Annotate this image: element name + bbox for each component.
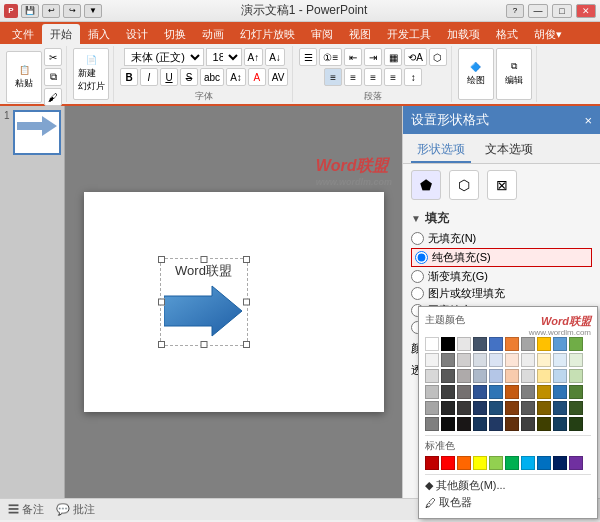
shapes-button[interactable]: 🔷 绘图 (458, 48, 494, 100)
tc-swatch[interactable] (441, 401, 455, 415)
tc-swatch[interactable] (521, 385, 535, 399)
new-slide-button[interactable]: 📄 新建幻灯片 (73, 48, 109, 100)
picture-fill-option[interactable]: 图片或纹理填充 (411, 286, 592, 301)
shape-container[interactable]: Word联盟 (164, 262, 244, 342)
align-center-button[interactable]: ≡ (344, 68, 362, 86)
tc-swatch[interactable] (537, 353, 551, 367)
tc-swatch[interactable] (425, 417, 439, 431)
tc-swatch[interactable] (569, 353, 583, 367)
handle-bl[interactable] (158, 341, 165, 348)
tc-swatch[interactable] (553, 417, 567, 431)
tc-swatch[interactable] (521, 417, 535, 431)
handle-tl[interactable] (158, 256, 165, 263)
no-fill-option[interactable]: 无填充(N) (411, 231, 592, 246)
bold-button[interactable]: B (120, 68, 138, 86)
tab-insert[interactable]: 插入 (80, 24, 118, 44)
underline-button[interactable]: U (160, 68, 178, 86)
tc-swatch[interactable] (537, 385, 551, 399)
tc-swatch[interactable] (553, 401, 567, 415)
tc-swatch[interactable] (521, 369, 535, 383)
tc-swatch[interactable] (425, 353, 439, 367)
redo-button[interactable]: ↪ (63, 4, 81, 18)
numbering-button[interactable]: ①≡ (319, 48, 342, 66)
minimize-button[interactable]: — (528, 4, 548, 18)
tc-swatch[interactable] (473, 385, 487, 399)
fill-icon-btn[interactable]: ⬟ (411, 170, 441, 200)
tc-swatch[interactable] (441, 369, 455, 383)
tab-format[interactable]: 格式 (488, 24, 526, 44)
font-color-button[interactable]: A (248, 68, 266, 86)
bullets-button[interactable]: ☰ (299, 48, 317, 66)
increase-indent-button[interactable]: ⇥ (364, 48, 382, 66)
tab-text-options[interactable]: 文本选项 (479, 138, 539, 163)
tc-swatch[interactable] (473, 417, 487, 431)
undo-button[interactable]: ↩ (42, 4, 60, 18)
tc-swatch[interactable] (537, 337, 551, 351)
tc-swatch[interactable] (457, 385, 471, 399)
tc-swatch[interactable] (553, 369, 567, 383)
shadow-button[interactable]: abc (200, 68, 224, 86)
columns-button[interactable]: ▦ (384, 48, 402, 66)
handle-tr[interactable] (243, 256, 250, 263)
tc-swatch[interactable] (489, 385, 503, 399)
tc-swatch[interactable] (569, 337, 583, 351)
tc-swatch[interactable] (441, 385, 455, 399)
tc-swatch[interactable] (569, 401, 583, 415)
tc-swatch[interactable] (537, 369, 551, 383)
handle-ml[interactable] (158, 299, 165, 306)
tc-swatch[interactable] (553, 385, 567, 399)
canvas-area[interactable]: Word联盟 (65, 106, 402, 498)
more-colors-link[interactable]: ◆ 其他颜色(M)... (425, 478, 591, 493)
increase-font-button[interactable]: A↑ (244, 48, 264, 66)
help-button[interactable]: ? (506, 4, 524, 18)
std-swatch[interactable] (569, 456, 583, 470)
maximize-button[interactable]: □ (552, 4, 572, 18)
tab-animations[interactable]: 动画 (194, 24, 232, 44)
tc-swatch[interactable] (473, 401, 487, 415)
italic-button[interactable]: I (140, 68, 158, 86)
slide-thumbnail[interactable] (13, 110, 61, 155)
std-swatch[interactable] (505, 456, 519, 470)
save-button[interactable]: 💾 (21, 4, 39, 18)
font-name-select[interactable]: 末体 (正文) (124, 48, 204, 66)
slide-canvas[interactable]: Word联盟 (84, 192, 384, 412)
tc-swatch[interactable] (521, 337, 535, 351)
tc-swatch[interactable] (521, 353, 535, 367)
no-fill-radio[interactable] (411, 232, 424, 245)
tc-swatch[interactable] (537, 401, 551, 415)
std-swatch[interactable] (537, 456, 551, 470)
tab-file[interactable]: 文件 (4, 24, 42, 44)
align-right-button[interactable]: ≡ (364, 68, 382, 86)
comments-button[interactable]: 💬 批注 (56, 502, 95, 517)
tc-swatch[interactable] (569, 369, 583, 383)
tc-swatch[interactable] (489, 337, 503, 351)
convert-to-smartart[interactable]: ⬡ (429, 48, 447, 66)
clear-format-button[interactable]: A↕ (226, 68, 246, 86)
tab-home[interactable]: 开始 (42, 24, 80, 44)
tc-swatch[interactable] (425, 385, 439, 399)
char-spacing-button[interactable]: AV (268, 68, 289, 86)
tc-swatch[interactable] (473, 369, 487, 383)
handle-br[interactable] (243, 341, 250, 348)
tc-swatch[interactable] (569, 417, 583, 431)
tc-swatch[interactable] (441, 417, 455, 431)
tc-swatch[interactable] (569, 385, 583, 399)
std-swatch[interactable] (425, 456, 439, 470)
std-swatch[interactable] (553, 456, 567, 470)
tc-swatch[interactable] (489, 401, 503, 415)
tc-swatch[interactable] (521, 401, 535, 415)
handle-tm[interactable] (200, 256, 207, 263)
tc-swatch[interactable] (553, 337, 567, 351)
std-swatch[interactable] (489, 456, 503, 470)
tc-swatch[interactable] (489, 369, 503, 383)
tc-swatch[interactable] (473, 337, 487, 351)
std-swatch[interactable] (521, 456, 535, 470)
tc-swatch[interactable] (505, 369, 519, 383)
tab-view[interactable]: 视图 (341, 24, 379, 44)
gradient-fill-option[interactable]: 渐变填充(G) (411, 269, 592, 284)
tc-swatch[interactable] (441, 337, 455, 351)
solid-fill-radio[interactable] (415, 251, 428, 264)
eyedropper-link[interactable]: 🖊 取色器 (425, 495, 591, 510)
collapse-triangle[interactable]: ▼ (411, 213, 421, 224)
tc-swatch[interactable] (457, 369, 471, 383)
